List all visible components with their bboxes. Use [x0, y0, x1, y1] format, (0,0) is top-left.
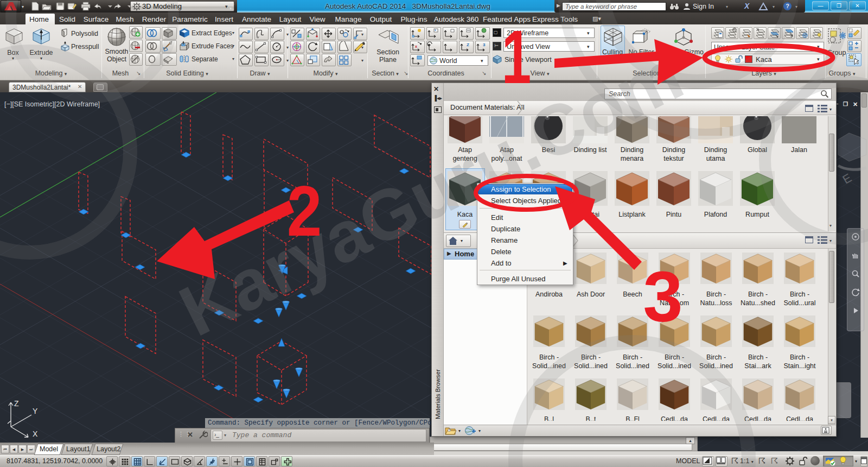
svg-text:?: ?	[449, 428, 450, 432]
svg-text:Y: Y	[33, 407, 38, 415]
svg-text:Z: Z	[14, 399, 19, 408]
svg-text:E: E	[840, 171, 854, 187]
svg-text:x: x	[415, 45, 417, 48]
svg-text:Z: Z	[467, 42, 469, 47]
svg-text:X: X	[33, 430, 38, 438]
svg-text:3: 3	[483, 42, 486, 47]
